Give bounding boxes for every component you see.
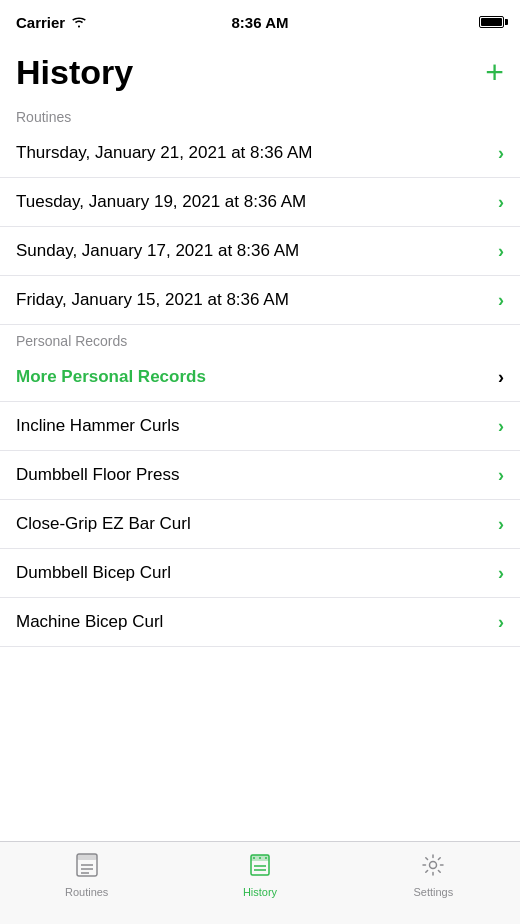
chevron-icon: › (498, 193, 504, 211)
svg-rect-1 (77, 854, 97, 860)
list-item-text: Dumbbell Bicep Curl (16, 563, 171, 583)
list-item[interactable]: Thursday, January 21, 2021 at 8:36 AM › (0, 129, 520, 178)
list-item-text: Thursday, January 21, 2021 at 8:36 AM (16, 143, 312, 163)
tab-settings-label: Settings (413, 886, 453, 898)
list-item-text: Incline Hammer Curls (16, 416, 179, 436)
chevron-icon: › (498, 564, 504, 582)
list-item[interactable]: Machine Bicep Curl › (0, 598, 520, 647)
personal-records-section-header: Personal Records (0, 325, 520, 353)
settings-tab-icon (420, 852, 446, 882)
list-item-text: Friday, January 15, 2021 at 8:36 AM (16, 290, 289, 310)
list-item-text: More Personal Records (16, 367, 206, 387)
wifi-icon (71, 16, 87, 28)
list-item-text: Sunday, January 17, 2021 at 8:36 AM (16, 241, 299, 261)
battery-icon (479, 16, 504, 28)
list-item[interactable]: Tuesday, January 19, 2021 at 8:36 AM › (0, 178, 520, 227)
status-carrier: Carrier (16, 14, 87, 31)
page-header: History + (0, 44, 520, 101)
add-button[interactable]: + (485, 56, 504, 88)
list-item-text: Dumbbell Floor Press (16, 465, 179, 485)
more-personal-records-item[interactable]: More Personal Records › (0, 353, 520, 402)
tab-routines-label: Routines (65, 886, 108, 898)
tab-history-label: History (243, 886, 277, 898)
chevron-icon: › (498, 466, 504, 484)
routines-section: Routines Thursday, January 21, 2021 at 8… (0, 101, 520, 325)
page-title: History (16, 52, 133, 93)
chevron-icon: › (498, 242, 504, 260)
chevron-icon: › (498, 417, 504, 435)
list-item-text: Tuesday, January 19, 2021 at 8:36 AM (16, 192, 306, 212)
routines-tab-icon (74, 852, 100, 882)
tab-history[interactable]: History (173, 850, 346, 898)
tab-bar: Routines History Settings (0, 841, 520, 924)
chevron-icon: › (498, 515, 504, 533)
svg-point-12 (430, 862, 437, 869)
list-item[interactable]: Friday, January 15, 2021 at 8:36 AM › (0, 276, 520, 325)
tab-settings[interactable]: Settings (347, 850, 520, 898)
status-time: 8:36 AM (232, 14, 289, 31)
status-bar: Carrier 8:36 AM (0, 0, 520, 44)
list-item-text: Close-Grip EZ Bar Curl (16, 514, 191, 534)
list-item[interactable]: Dumbbell Bicep Curl › (0, 549, 520, 598)
routines-section-header: Routines (0, 101, 520, 129)
chevron-icon: › (498, 368, 504, 386)
content-area: Routines Thursday, January 21, 2021 at 8… (0, 101, 520, 647)
tab-routines[interactable]: Routines (0, 850, 173, 898)
chevron-icon: › (498, 613, 504, 631)
chevron-icon: › (498, 291, 504, 309)
list-item[interactable]: Close-Grip EZ Bar Curl › (0, 500, 520, 549)
list-item[interactable]: Incline Hammer Curls › (0, 402, 520, 451)
status-battery (479, 16, 504, 28)
personal-records-section: Personal Records More Personal Records ›… (0, 325, 520, 647)
list-item[interactable]: Dumbbell Floor Press › (0, 451, 520, 500)
history-tab-icon (247, 852, 273, 882)
chevron-icon: › (498, 144, 504, 162)
list-item-text: Machine Bicep Curl (16, 612, 163, 632)
list-item[interactable]: Sunday, January 17, 2021 at 8:36 AM › (0, 227, 520, 276)
